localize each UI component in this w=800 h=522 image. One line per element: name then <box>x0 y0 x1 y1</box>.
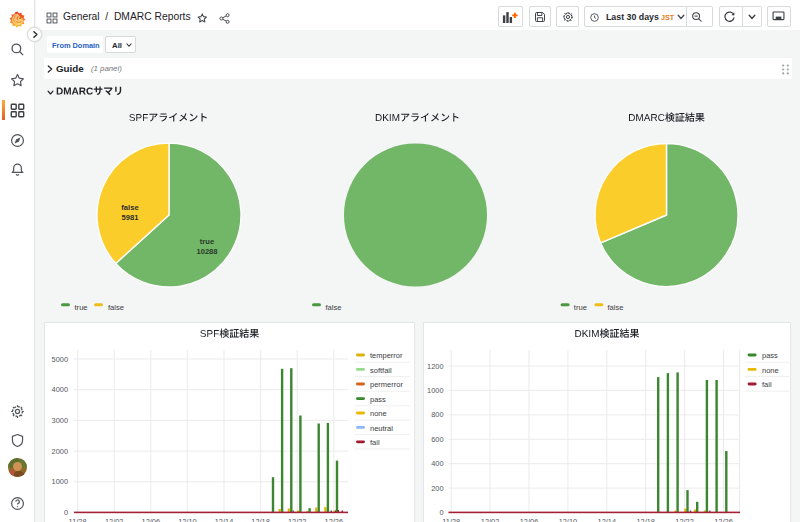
svg-text:true: true <box>75 303 88 312</box>
svg-text:10288: 10288 <box>196 247 217 256</box>
svg-text:12/10: 12/10 <box>178 517 197 522</box>
svg-text:11/28: 11/28 <box>442 517 460 522</box>
svg-text:12/26: 12/26 <box>325 517 344 522</box>
svg-text:800: 800 <box>431 410 443 419</box>
svg-text:12/22: 12/22 <box>288 517 307 522</box>
svg-text:3000: 3000 <box>52 416 68 425</box>
svg-text:0: 0 <box>64 508 68 517</box>
svg-text:12/06: 12/06 <box>142 517 161 522</box>
svg-text:1200: 1200 <box>427 362 443 371</box>
svg-text:12/02: 12/02 <box>105 517 124 522</box>
svg-text:12/06: 12/06 <box>520 517 539 522</box>
svg-text:false: false <box>326 303 342 312</box>
svg-text:12/10: 12/10 <box>559 517 578 522</box>
svg-text:pass: pass <box>370 395 386 404</box>
svg-text:12/14: 12/14 <box>598 517 617 522</box>
svg-text:none: none <box>370 409 387 418</box>
svg-text:5981: 5981 <box>122 213 140 222</box>
svg-text:12/18: 12/18 <box>251 517 270 522</box>
svg-text:400: 400 <box>431 459 443 468</box>
svg-text:12/02: 12/02 <box>481 517 500 522</box>
svg-text:5000: 5000 <box>52 355 68 364</box>
svg-text:12/14: 12/14 <box>215 517 234 522</box>
svg-text:1000: 1000 <box>52 477 68 486</box>
svg-text:false: false <box>108 303 124 312</box>
svg-text:11/28: 11/28 <box>69 517 87 522</box>
svg-text:none: none <box>762 366 779 375</box>
svg-text:softfail: softfail <box>370 366 392 375</box>
svg-text:12/26: 12/26 <box>714 517 733 522</box>
svg-text:600: 600 <box>431 435 443 444</box>
svg-text:neutral: neutral <box>370 424 393 433</box>
svg-text:fail: fail <box>762 380 772 389</box>
svg-text:false: false <box>121 203 138 212</box>
svg-text:12/22: 12/22 <box>675 517 694 522</box>
svg-text:12/18: 12/18 <box>636 517 655 522</box>
svg-text:temperror: temperror <box>370 351 403 360</box>
svg-text:false: false <box>608 303 624 312</box>
svg-text:1000: 1000 <box>427 386 443 395</box>
svg-text:200: 200 <box>431 484 443 493</box>
svg-text:true: true <box>200 237 214 246</box>
svg-text:true: true <box>574 303 587 312</box>
svg-text:permerror: permerror <box>370 380 403 389</box>
svg-text:4000: 4000 <box>52 385 68 394</box>
svg-text:pass: pass <box>762 351 778 360</box>
svg-text:fail: fail <box>370 438 380 447</box>
svg-text:2000: 2000 <box>52 447 68 456</box>
